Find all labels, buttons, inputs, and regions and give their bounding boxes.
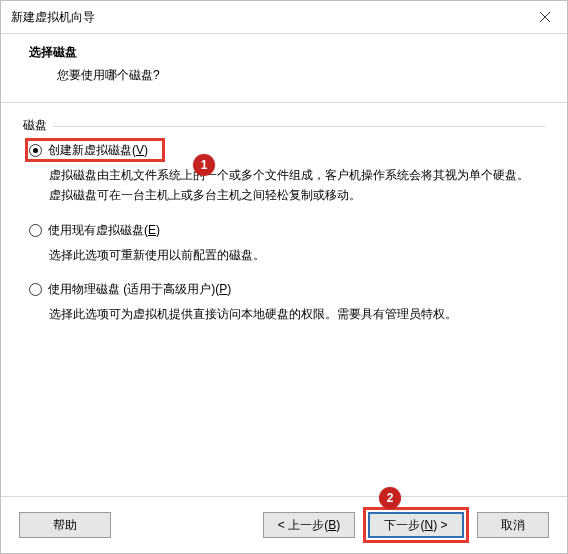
group-label-text: 磁盘 — [23, 118, 53, 132]
opt1-label-post: ) — [144, 143, 148, 157]
back-button[interactable]: < 上一步(B) — [263, 512, 355, 538]
option-use-existing-disk-desc: 选择此选项可重新使用以前配置的磁盘。 — [49, 245, 539, 265]
group-label-disk: 磁盘 — [23, 117, 545, 134]
annotation-badge-1: 1 — [193, 154, 215, 176]
annotation-highlight-box-2: 下一步(N) > — [363, 507, 469, 543]
help-button[interactable]: 帮助 — [19, 512, 111, 538]
opt1-mnemonic: V — [136, 143, 144, 157]
back-mn: B — [328, 518, 336, 532]
opt2-label-post: ) — [156, 223, 160, 237]
next-mn: N — [424, 518, 433, 532]
next-post: ) > — [433, 518, 447, 532]
close-icon — [540, 12, 550, 22]
opt2-mnemonic: E — [148, 223, 156, 237]
back-pre: < 上一步( — [278, 517, 328, 534]
option-use-existing-disk: 使用现有虚拟磁盘(E) 选择此选项可重新使用以前配置的磁盘。 — [29, 222, 545, 265]
option-use-existing-disk-label: 使用现有虚拟磁盘(E) — [48, 222, 160, 239]
radio-create-new-disk[interactable] — [29, 144, 42, 157]
cancel-button[interactable]: 取消 — [477, 512, 549, 538]
close-button[interactable] — [523, 1, 567, 33]
title-bar: 新建虚拟机向导 — [1, 1, 567, 34]
option-use-physical-disk-desc: 选择此选项可为虚拟机提供直接访问本地硬盘的权限。需要具有管理员特权。 — [49, 304, 539, 324]
option-create-new-disk-row[interactable]: 创建新虚拟磁盘(V) — [29, 142, 545, 159]
disk-options: 创建新虚拟磁盘(V) 虚拟磁盘由主机文件系统上的一个或多个文件组成，客户机操作系… — [23, 140, 545, 325]
option-create-new-disk-desc: 虚拟磁盘由主机文件系统上的一个或多个文件组成，客户机操作系统会将其视为单个硬盘。… — [49, 165, 539, 206]
back-post: ) — [336, 518, 340, 532]
radio-use-existing-disk[interactable] — [29, 224, 42, 237]
radio-use-physical-disk[interactable] — [29, 283, 42, 296]
option-use-physical-disk: 使用物理磁盘 (适用于高级用户)(P) 选择此选项可为虚拟机提供直接访问本地硬盘… — [29, 281, 545, 324]
opt1-label-pre: 创建新虚拟磁盘( — [48, 143, 136, 157]
option-create-new-disk-label: 创建新虚拟磁盘(V) — [48, 142, 148, 159]
option-create-new-disk: 创建新虚拟磁盘(V) 虚拟磁盘由主机文件系统上的一个或多个文件组成，客户机操作系… — [29, 142, 545, 206]
window-title: 新建虚拟机向导 — [11, 9, 95, 26]
option-use-physical-disk-label: 使用物理磁盘 (适用于高级用户)(P) — [48, 281, 231, 298]
page-subtitle: 您要使用哪个磁盘? — [57, 67, 567, 84]
page-title: 选择磁盘 — [29, 44, 567, 61]
wizard-header: 选择磁盘 您要使用哪个磁盘? — [1, 34, 567, 103]
content-area: 磁盘 创建新虚拟磁盘(V) 虚拟磁盘由主机文件系统上的一个或多个文件组成，客户机… — [1, 103, 567, 325]
wizard-footer: 帮助 < 上一步(B) 下一步(N) > 取消 — [1, 496, 567, 553]
opt2-label-pre: 使用现有虚拟磁盘( — [48, 223, 148, 237]
annotation-badge-2: 2 — [379, 487, 401, 509]
next-button[interactable]: 下一步(N) > — [368, 512, 464, 538]
next-pre: 下一步( — [384, 517, 424, 534]
option-use-physical-disk-row[interactable]: 使用物理磁盘 (适用于高级用户)(P) — [29, 281, 545, 298]
opt3-label-post: ) — [227, 282, 231, 296]
option-use-existing-disk-row[interactable]: 使用现有虚拟磁盘(E) — [29, 222, 545, 239]
opt3-label-pre: 使用物理磁盘 (适用于高级用户)( — [48, 282, 219, 296]
